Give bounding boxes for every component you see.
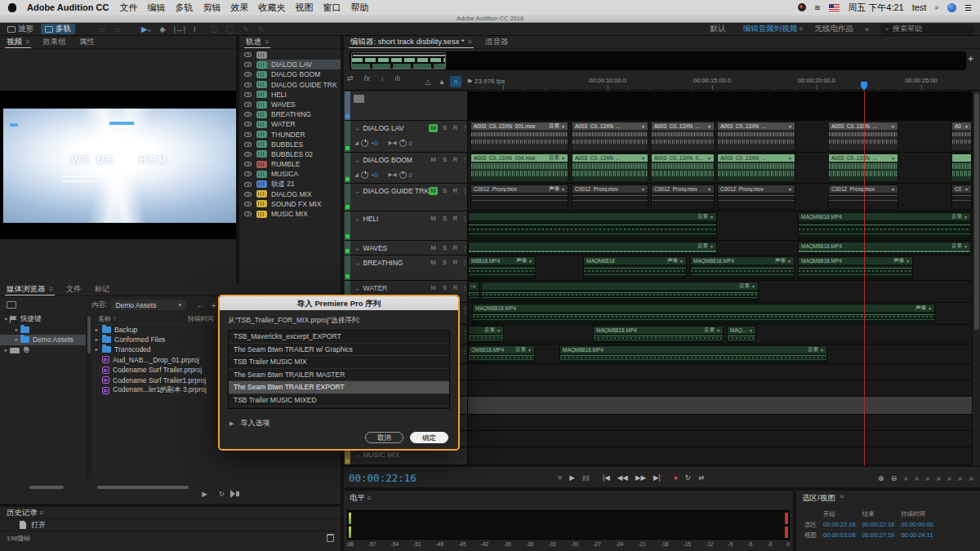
input-language-flag-icon[interactable] (829, 4, 840, 11)
menu-收藏夹[interactable]: 收藏夹 (258, 2, 285, 14)
audio-clip[interactable]: MAQM8818.MP4音量▼ (593, 326, 724, 343)
eye-icon[interactable] (244, 112, 252, 117)
tree-item[interactable]: ▸ (0, 325, 86, 335)
audio-clip[interactable]: MAQM8818.MP4声像▼ (472, 304, 935, 323)
play-button[interactable]: ▶ (569, 473, 575, 482)
track-list-item[interactable]: DIALOG GUIDE TRK (239, 80, 341, 90)
arm-button[interactable]: R (451, 156, 460, 164)
editor-vertical-scrollbar[interactable] (972, 91, 980, 465)
track-list-item[interactable]: HELI (239, 90, 341, 100)
mute-button[interactable]: M (429, 259, 438, 267)
menu-窗口[interactable]: 窗口 (323, 2, 341, 14)
tab-文件[interactable]: 文件 (60, 284, 88, 295)
column-duration[interactable]: 持续时间 (188, 314, 214, 324)
content-dropdown[interactable]: Demo Assets▼ (111, 300, 186, 310)
tab-视频[interactable]: 视频 ≡ (0, 37, 36, 47)
track-list-item[interactable]: THUNDER (239, 130, 341, 140)
eye-icon[interactable] (244, 92, 252, 97)
punch-icon[interactable]: ↓ (381, 73, 385, 82)
dialog-title[interactable]: 导入 Premiere Pro 序列 (220, 296, 458, 310)
solo-button[interactable]: S (440, 215, 449, 223)
apple-icon[interactable] (8, 3, 16, 12)
audio-clip[interactable]: MAQM8818.MP4音量▼ (798, 212, 971, 239)
editor-tab[interactable]: 编辑器: short track disbility.sesx * ≡ (344, 37, 479, 47)
tab-媒体浏览器[interactable]: 媒体浏览器 ≡ (0, 284, 60, 295)
mute-button[interactable]: M (429, 284, 438, 292)
eye-icon[interactable] (244, 102, 252, 107)
export-icon[interactable]: ▭ (114, 24, 121, 33)
audio-clip[interactable]: MAQM8818.MP4声像▼ (690, 256, 795, 279)
track-header[interactable] (344, 91, 468, 120)
selview-title[interactable]: 选区/视图 (802, 493, 835, 504)
audio-clip[interactable]: C0▼ (951, 184, 972, 210)
pan-knob[interactable] (399, 140, 407, 147)
ok-button[interactable]: 确定 (410, 432, 448, 443)
skip-back-button[interactable]: |◀ (603, 473, 610, 482)
navigator-viewbox[interactable] (351, 52, 446, 69)
zoom-c-icon[interactable]: ⌕ (958, 473, 962, 483)
move-tool-icon[interactable]: ▶₊ (141, 24, 151, 33)
track-list-item[interactable]: MUSICA (239, 169, 341, 179)
slip-tool-icon[interactable]: |↔| (174, 24, 185, 33)
zoom-b-icon[interactable]: ⌕ (947, 473, 951, 483)
window-titlebar[interactable]: Adobe Audition CC 2018 (0, 15, 980, 23)
track-list-item[interactable]: SOUND FX MIX (239, 199, 341, 209)
audio-clip[interactable]: A003_C0..13XN_...▼ (651, 122, 715, 151)
mute-button[interactable]: M (429, 215, 438, 223)
audio-clip[interactable]: 音量▼ (468, 242, 717, 254)
video-preview[interactable]: WE DEHEM (3, 109, 236, 223)
menu-剪辑[interactable]: 剪辑 (203, 2, 220, 14)
zoom-navigator[interactable]: ✛ (344, 49, 980, 73)
sequence-item[interactable]: The Seam Btwn TRAILER MASTER (229, 369, 449, 382)
audio-clip[interactable]: 4▼ (468, 282, 479, 301)
track-list-item[interactable] (239, 50, 341, 60)
track-list-item[interactable]: BUBBLES 02 (239, 149, 341, 159)
menubar-user[interactable]: test (912, 2, 927, 12)
workspace-编辑音频到视频[interactable]: 编辑音频到视频 ≡ (743, 24, 804, 34)
audio-clip[interactable]: A003_C0..13XN_...▼ (572, 122, 648, 151)
text-tool-icon[interactable]: I (194, 24, 196, 33)
import-options-toggle[interactable]: ▶导入选项 (229, 418, 270, 429)
menu-帮助[interactable]: 帮助 (350, 2, 368, 14)
track-list-item[interactable]: DIALOG LAV (239, 60, 341, 69)
snap-magnet-icon[interactable]: ∩ (450, 76, 461, 87)
audio-clip[interactable]: C0012_Proxy.mov▼ (651, 184, 715, 210)
audio-clip[interactable]: MAQ...▼ (727, 326, 756, 343)
mute-button[interactable]: M (429, 124, 438, 132)
menu-视图[interactable]: 视图 (295, 2, 313, 14)
shuffle-icon[interactable]: ⇄ (347, 73, 354, 82)
wifi-icon[interactable]: ≋ (814, 3, 821, 12)
history-title[interactable]: 历史记录 (7, 508, 38, 518)
eye-icon[interactable] (244, 192, 252, 197)
forward-button[interactable]: ▶▶ (635, 473, 646, 482)
track-list-item[interactable]: BREATHING (239, 109, 341, 119)
timecode-display[interactable]: 00:00:22:16 (349, 472, 416, 484)
zoom-in-h-icon[interactable]: ⊕ (878, 473, 884, 483)
tab-属性[interactable]: 属性 (73, 37, 101, 47)
audio-clip[interactable]: C0012_Proxy.mov▼ (828, 184, 898, 210)
track-header[interactable]: ↔DIALOG GUIDE TRKMSR⋮ (344, 184, 468, 211)
audio-clip[interactable]: A003_C0..13XN_...▼ (828, 122, 898, 151)
solo-button[interactable]: S (440, 284, 449, 292)
arm-button[interactable]: R (451, 244, 460, 252)
tree-scrollbar[interactable] (86, 314, 91, 479)
audio-clip[interactable]: 音量▼ (468, 212, 717, 239)
eye-icon[interactable] (244, 182, 252, 187)
rewind-button[interactable]: ◀◀ (617, 473, 628, 482)
mute-button[interactable]: M (429, 187, 438, 195)
track-header[interactable]: ↔BREATHINGMSR⋮ (344, 256, 468, 280)
solo-button[interactable]: S (440, 156, 449, 164)
brush-tool-icon[interactable]: ✎ (243, 24, 249, 33)
stop-button[interactable]: ■ (558, 473, 562, 482)
arm-button[interactable]: R (451, 124, 460, 132)
workspace-overflow-button[interactable]: » (865, 25, 869, 33)
snap-a-icon[interactable]: △ (422, 76, 434, 87)
volume-knob[interactable] (361, 140, 368, 147)
eye-icon[interactable] (244, 171, 252, 176)
sequence-item[interactable]: The Seam Btwn TRAILER w/ Graphics (229, 344, 449, 357)
audio-clip[interactable]: M8818.MP4声像▼ (468, 256, 536, 279)
add-icon[interactable]: + (211, 300, 216, 310)
metering-icon[interactable]: ılı (394, 73, 400, 82)
audio-clip[interactable]: MAQM8818声像▼ (583, 256, 687, 279)
solo-button[interactable]: S (440, 124, 449, 132)
